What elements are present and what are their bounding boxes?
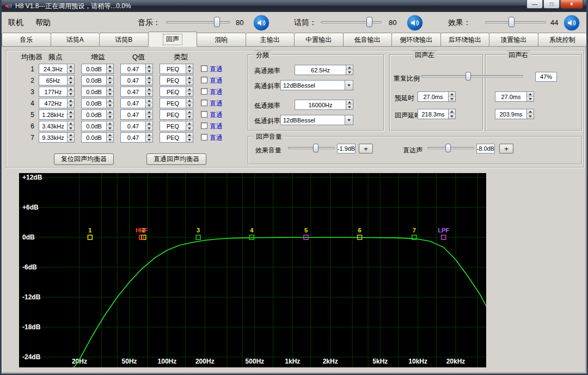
spin-up-icon[interactable] [68,121,74,126]
spin-up-icon[interactable] [68,87,74,91]
spin-up-icon[interactable] [186,121,193,126]
spin-down-icon[interactable] [346,70,353,75]
spin-up-icon[interactable] [186,64,193,69]
eq-type-spinner-7-value[interactable]: PEQ [160,133,186,142]
eq-gain-spinner-7-value[interactable]: 0.0dB [82,133,106,142]
spin-up-icon[interactable] [68,110,74,114]
spinner-buttons[interactable] [145,99,152,108]
spin-up-icon[interactable] [146,76,152,80]
echo-left-predelay-spinner[interactable]: 27.0ms [418,91,456,102]
tab-后环绕输出[interactable]: 后环绕输出 [440,33,490,47]
spin-up-icon[interactable] [146,133,152,137]
eq-gain-spinner-4-value[interactable]: 0.0dB [82,99,106,108]
spin-down-icon[interactable] [186,80,193,85]
spin-down-icon[interactable] [68,137,74,142]
eq-type-spinner-6-value[interactable]: PEQ [160,121,186,131]
eq-gain-spinner-3[interactable]: 0.0dB [81,87,114,97]
eq-gain-spinner-3-value[interactable]: 0.0dB [82,87,106,96]
spinner-buttons[interactable] [67,110,74,119]
spin-up-icon[interactable] [186,133,193,137]
eq-freq-spinner-7[interactable]: 9.33kHz [39,132,75,143]
spinner-buttons[interactable] [145,87,152,96]
eq-gain-spinner-7[interactable]: 0.0dB [81,132,114,143]
echo-right-predelay-spinner[interactable]: 27.0ms [495,91,534,102]
spin-up-icon[interactable] [186,110,193,114]
spin-down-icon[interactable] [146,91,152,96]
spin-down-icon[interactable] [68,69,74,73]
spinner-buttons[interactable] [67,76,74,85]
eq-bypass-checkbox-5[interactable] [201,111,207,118]
eq-type-spinner-5-value[interactable]: PEQ [160,110,186,119]
eq-freq-spinner-1-value[interactable]: 24.3Hz [39,64,67,73]
eq-freq-spinner-3[interactable]: 177Hz [39,87,75,97]
eq-gain-spinner-2-value[interactable]: 0.0dB [82,76,106,85]
spin-up-icon[interactable] [107,87,113,91]
eq-freq-spinner-2-value[interactable]: 65Hz [39,76,67,85]
eq-gain-spinner-6[interactable]: 0.0dB [81,121,114,131]
spinner-buttons[interactable] [448,92,455,101]
eq-type-spinner-4[interactable]: PEQ [160,98,193,108]
spin-up-icon[interactable] [107,110,113,114]
spinner-buttons[interactable] [106,64,113,73]
spin-up-icon[interactable] [146,121,152,126]
echo-right-predelay-spinner-value[interactable]: 27.0ms [495,92,526,101]
eq-freq-spinner-2[interactable]: 65Hz [39,75,75,85]
eq-bypass-checkbox-6[interactable] [201,122,207,129]
spinner-buttons[interactable] [106,87,113,96]
spin-down-icon[interactable] [146,137,152,142]
eq-type-spinner-2[interactable]: PEQ [160,75,193,85]
spinner-buttons[interactable] [346,100,353,109]
spin-down-icon[interactable] [107,137,113,142]
tab-音乐[interactable]: 音乐 [2,33,51,47]
spin-down-icon[interactable] [146,69,152,73]
eq-q-spinner-5-value[interactable]: 0.47 [121,110,145,119]
eq-gain-spinner-5-value[interactable]: 0.0dB [82,110,106,119]
tab-主输出[interactable]: 主输出 [246,33,295,47]
spin-down-icon[interactable] [346,104,353,109]
spin-down-icon[interactable] [449,114,455,119]
spin-up-icon[interactable] [68,133,74,137]
lp-slope-combobox[interactable]: 12dBBessel [280,115,353,125]
spinner-buttons[interactable] [186,76,193,85]
spin-down-icon[interactable] [186,126,193,131]
eq-bypass-checkbox-7[interactable] [201,134,207,140]
spin-up-icon[interactable] [186,99,193,103]
spinner-buttons[interactable] [145,133,152,142]
eq-q-spinner-6-value[interactable]: 0.47 [121,121,145,131]
spinner-buttons[interactable] [106,133,113,142]
tab-系统控制[interactable]: 系统控制 [538,33,587,47]
eq-bypass-checkbox-3[interactable] [201,88,207,95]
spin-down-icon[interactable] [186,137,193,142]
spin-up-icon[interactable] [146,64,152,69]
eq-bypass-checkbox-2[interactable] [201,77,207,83]
hp-slope-combobox[interactable]: 12dBBessel [280,80,353,90]
spin-up-icon[interactable] [107,99,113,103]
eq-freq-spinner-6[interactable]: 3.43kHz [39,121,75,131]
eq-q-spinner-3[interactable]: 0.47 [120,87,153,97]
spin-up-icon[interactable] [449,92,455,96]
echo-right-delay-spinner[interactable]: 203.9ms [495,109,534,119]
spin-down-icon[interactable] [186,103,193,108]
spinner-buttons[interactable] [145,110,152,119]
eq-q-spinner-2-value[interactable]: 0.47 [121,76,145,85]
eq-gain-spinner-1[interactable]: 0.0dB [81,64,114,74]
spinner-buttons[interactable] [186,121,193,131]
spin-up-icon[interactable] [146,99,152,103]
spin-down-icon[interactable] [527,114,534,119]
spin-down-icon[interactable] [107,103,113,108]
direct-sound-plus-button[interactable]: + [499,144,513,153]
eq-gain-spinner-6-value[interactable]: 0.0dB [82,121,106,131]
effect-level-plus-button[interactable]: + [359,144,373,153]
minimize-button[interactable]: — [526,0,543,9]
eq-freq-spinner-4-value[interactable]: 472Hz [39,99,67,108]
lp-freq-spinner[interactable]: 16000Hz [295,100,353,110]
eq-gain-spinner-2[interactable]: 0.0dB [81,75,114,85]
eq-freq-spinner-3-value[interactable]: 177Hz [39,87,67,96]
dropdown-arrow-icon[interactable] [345,81,353,90]
spinner-buttons[interactable] [186,87,193,96]
tab-话筒A[interactable]: 话筒A [51,33,100,47]
eq-gain-spinner-5[interactable]: 0.0dB [81,109,114,120]
spinner-buttons[interactable] [67,64,74,73]
spin-up-icon[interactable] [107,121,113,126]
eq-type-spinner-7[interactable]: PEQ [160,132,193,143]
